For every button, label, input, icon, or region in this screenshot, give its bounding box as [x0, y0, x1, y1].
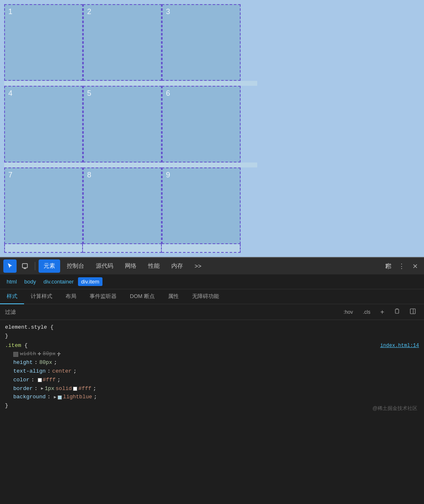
- col4-row1: [241, 4, 257, 81]
- bottom-sep-2: [83, 244, 162, 253]
- grid-item-6: 6: [162, 86, 241, 162]
- row-sep-1: [4, 81, 257, 86]
- settings-icon[interactable]: [383, 260, 394, 272]
- color-swatch-background[interactable]: [58, 395, 62, 400]
- css-prop-background: background : ▶ lightblue ;: [5, 393, 419, 402]
- style-tab-layout[interactable]: 布局: [59, 289, 83, 304]
- grid-item-9: 9: [162, 167, 241, 244]
- style-tab-styles[interactable]: 样式: [0, 289, 24, 304]
- tab-memory[interactable]: 内存: [166, 259, 188, 273]
- item-selector-text: .item: [5, 342, 21, 349]
- element-style-block: element.style { }: [5, 323, 419, 341]
- devtools-panel: 元素 控制台 源代码 网络 性能 内存 >> ⋮ ✕ htm: [0, 257, 424, 504]
- css-code-area: element.style { } .item { index.html:14: [0, 320, 424, 415]
- css-prop-width: width : 80px ;: [5, 350, 419, 359]
- width-checkbox[interactable]: [13, 352, 18, 357]
- item-rule-close-brace: }: [5, 402, 419, 410]
- style-tab-computed[interactable]: 计算样式: [24, 289, 59, 304]
- grid-item-7: 7: [4, 167, 83, 244]
- add-style-button[interactable]: +: [377, 308, 387, 317]
- color-swatch-border[interactable]: [73, 387, 77, 391]
- style-tab-event-listeners[interactable]: 事件监听器: [83, 289, 123, 304]
- breadcrumb: html body div.container div.item: [0, 274, 424, 289]
- svg-rect-4: [410, 309, 415, 314]
- file-ref[interactable]: index.html:14: [380, 342, 419, 350]
- device-icon[interactable]: [18, 259, 32, 273]
- background-expand-icon[interactable]: ▶: [54, 394, 56, 401]
- more-options-icon[interactable]: ⋮: [396, 260, 407, 272]
- color-swatch-color[interactable]: [38, 378, 42, 382]
- grid-item-2: 2: [83, 4, 162, 81]
- toggle-sidebar-icon[interactable]: [407, 308, 419, 316]
- breadcrumb-html[interactable]: html: [3, 277, 20, 286]
- css-prop-text-align: text-align : center ;: [5, 367, 419, 376]
- tab-elements[interactable]: 元素: [39, 259, 60, 273]
- svg-rect-0: [22, 264, 27, 268]
- breadcrumb-body[interactable]: body: [21, 277, 39, 286]
- css-prop-color: color : #fff ;: [5, 376, 419, 385]
- copy-styles-icon[interactable]: [391, 308, 403, 316]
- col4-row3: [241, 167, 257, 244]
- tab-more[interactable]: >>: [190, 259, 206, 273]
- cls-button[interactable]: .cls: [360, 308, 374, 316]
- filter-label: 过滤: [5, 308, 16, 316]
- grid-item-4: 4: [4, 86, 83, 162]
- bottom-sep-1: [4, 244, 83, 253]
- row-sep-2: [4, 162, 257, 167]
- col4-row2: [241, 86, 257, 162]
- inspect-icon[interactable]: [3, 259, 17, 273]
- svg-rect-3: [395, 309, 399, 313]
- toolbar-separator-1: [35, 262, 35, 270]
- devtools-toolbar: 元素 控制台 源代码 网络 性能 内存 >> ⋮ ✕: [0, 257, 424, 274]
- style-tab-accessibility[interactable]: 无障碍功能: [185, 289, 226, 304]
- tab-network[interactable]: 网络: [120, 259, 141, 273]
- grid-item-3: 3: [162, 4, 241, 81]
- watermark: @稀土掘金技术社区: [369, 403, 421, 414]
- css-prop-height: height : 80px ;: [5, 359, 419, 367]
- breadcrumb-container[interactable]: div.container: [40, 277, 77, 286]
- grid-item-5: 5: [83, 86, 162, 162]
- style-tab-properties[interactable]: 属性: [161, 289, 185, 304]
- hov-button[interactable]: :hov: [340, 308, 356, 316]
- element-style-selector: element.style {: [5, 323, 419, 332]
- element-style-close-brace: }: [5, 332, 419, 341]
- filter-bar: 过滤 :hov .cls +: [0, 304, 424, 320]
- grid-item-1: 1: [4, 4, 83, 81]
- item-selector: .item {: [5, 342, 28, 350]
- item-rule-block: .item { index.html:14 width : 80px ; hei…: [5, 342, 419, 410]
- bottom-sep-3: [162, 244, 241, 253]
- bottom-sep-4: [241, 244, 257, 253]
- style-tab-dom-breakpoints[interactable]: DOM 断点: [123, 289, 161, 304]
- grid-item-8: 8: [83, 167, 162, 244]
- border-expand-icon[interactable]: ▶: [41, 385, 44, 392]
- preview-area: 1 2 3 4 5 6 7 8 9: [0, 0, 424, 257]
- tab-performance[interactable]: 性能: [143, 259, 165, 273]
- tab-sources[interactable]: 源代码: [91, 259, 118, 273]
- css-code: element.style { } .item { index.html:14: [0, 320, 424, 415]
- breadcrumb-item[interactable]: div.item: [78, 277, 103, 286]
- close-icon[interactable]: ✕: [409, 260, 421, 272]
- css-prop-border: border : ▶ 1px solid #fff ;: [5, 385, 419, 393]
- style-tabs: 样式 计算样式 布局 事件监听器 DOM 断点 属性 无障碍功能: [0, 289, 424, 304]
- tab-console[interactable]: 控制台: [62, 259, 89, 273]
